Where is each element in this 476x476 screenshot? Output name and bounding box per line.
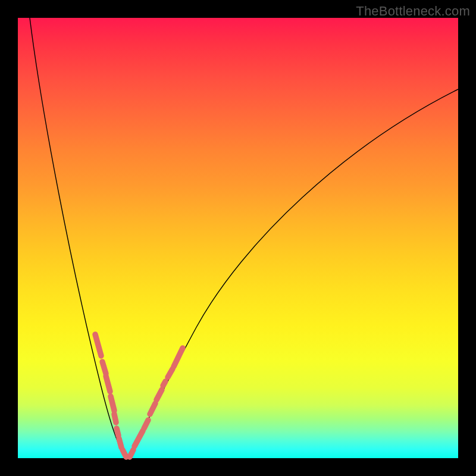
marker-left-7 — [119, 439, 121, 447]
marker-right-8 — [174, 348, 183, 367]
curve-right-branch — [128, 89, 458, 458]
marker-left-6 — [117, 428, 118, 436]
marker-left-4 — [111, 396, 114, 411]
marker-left-5 — [114, 414, 116, 422]
marker-left-2 — [102, 362, 106, 374]
marker-right-4 — [150, 403, 155, 414]
marker-right-6 — [163, 381, 165, 386]
marker-right-3 — [144, 420, 148, 428]
marker-right-2 — [134, 431, 143, 446]
marker-right-7 — [168, 369, 173, 377]
chart-svg — [18, 18, 458, 458]
marker-left-3 — [106, 376, 110, 392]
marker-left-1 — [95, 334, 101, 356]
marker-right-5 — [156, 390, 162, 400]
curve-left-branch — [30, 18, 128, 458]
marker-left-8 — [123, 450, 126, 457]
watermark-text: TheBottleneck.com — [356, 4, 470, 19]
marker-right-1 — [130, 450, 133, 457]
